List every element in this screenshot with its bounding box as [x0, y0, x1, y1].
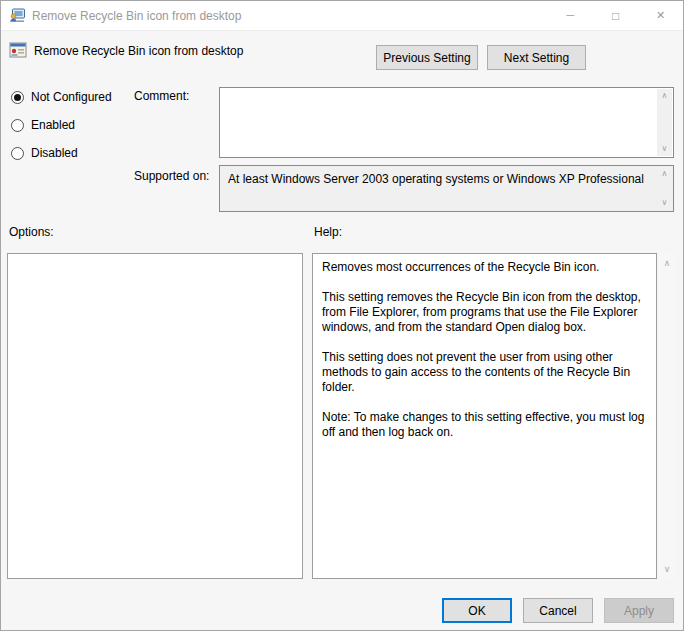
help-scrollbar[interactable]: ∧ ∨ — [659, 253, 675, 579]
next-setting-button[interactable]: Next Setting — [487, 45, 586, 70]
comment-label: Comment: — [134, 89, 189, 103]
cancel-button[interactable]: Cancel — [523, 598, 593, 623]
titlebar[interactable]: Remove Recycle Bin icon from desktop ─ □… — [1, 1, 683, 31]
help-paragraph: This setting removes the Recycle Bin ico… — [322, 290, 650, 335]
help-panel: Removes most occurrences of the Recycle … — [312, 253, 657, 579]
scroll-up-icon[interactable]: ∧ — [657, 89, 672, 103]
comment-scrollbar[interactable]: ∧ ∨ — [657, 89, 672, 156]
radio-icon — [11, 119, 24, 132]
options-label: Options: — [9, 225, 54, 239]
scroll-down-icon[interactable]: ∨ — [659, 561, 675, 577]
radio-label: Not Configured — [31, 90, 112, 104]
radio-option-disabled[interactable]: Disabled — [11, 145, 78, 161]
scroll-down-icon[interactable]: ∨ — [657, 196, 672, 210]
help-paragraph: Note: To make changes to this setting ef… — [322, 410, 650, 440]
supported-on-label: Supported on: — [134, 169, 209, 183]
supported-on-value: At least Windows Server 2003 operating s… — [228, 172, 651, 187]
close-icon: ✕ — [656, 10, 665, 21]
window-title: Remove Recycle Bin icon from desktop — [32, 9, 241, 23]
scroll-down-icon[interactable]: ∨ — [657, 142, 672, 156]
group-policy-icon — [9, 8, 25, 24]
radio-option-not-configured[interactable]: Not Configured — [11, 89, 112, 105]
policy-setting-icon — [9, 41, 27, 59]
radio-icon — [11, 147, 24, 160]
radio-label: Disabled — [31, 146, 78, 160]
radio-option-enabled[interactable]: Enabled — [11, 117, 75, 133]
maximize-button[interactable]: □ — [593, 1, 638, 30]
comment-input[interactable]: ∧ ∨ — [219, 87, 674, 158]
minimize-button[interactable]: ─ — [548, 1, 593, 30]
help-paragraph: Removes most occurrences of the Recycle … — [322, 260, 650, 275]
apply-button: Apply — [604, 598, 674, 623]
ok-button[interactable]: OK — [442, 598, 512, 623]
help-text: Removes most occurrences of the Recycle … — [322, 260, 650, 455]
previous-setting-button[interactable]: Previous Setting — [376, 45, 478, 70]
close-button[interactable]: ✕ — [638, 1, 683, 30]
policy-name: Remove Recycle Bin icon from desktop — [34, 44, 243, 58]
supported-scrollbar[interactable]: ∧ ∨ — [657, 167, 672, 210]
maximize-icon: □ — [612, 10, 619, 22]
minimize-icon: ─ — [567, 10, 575, 21]
options-panel — [7, 253, 303, 579]
policy-settings-dialog: Remove Recycle Bin icon from desktop ─ □… — [0, 0, 684, 631]
scroll-up-icon[interactable]: ∧ — [657, 167, 672, 181]
help-label: Help: — [314, 225, 342, 239]
help-paragraph: This setting does not prevent the user f… — [322, 350, 650, 395]
scroll-up-icon[interactable]: ∧ — [659, 255, 675, 271]
radio-selected-icon — [11, 91, 24, 104]
radio-label: Enabled — [31, 118, 75, 132]
window-controls: ─ □ ✕ — [548, 1, 683, 30]
supported-on-field: At least Windows Server 2003 operating s… — [219, 165, 674, 212]
